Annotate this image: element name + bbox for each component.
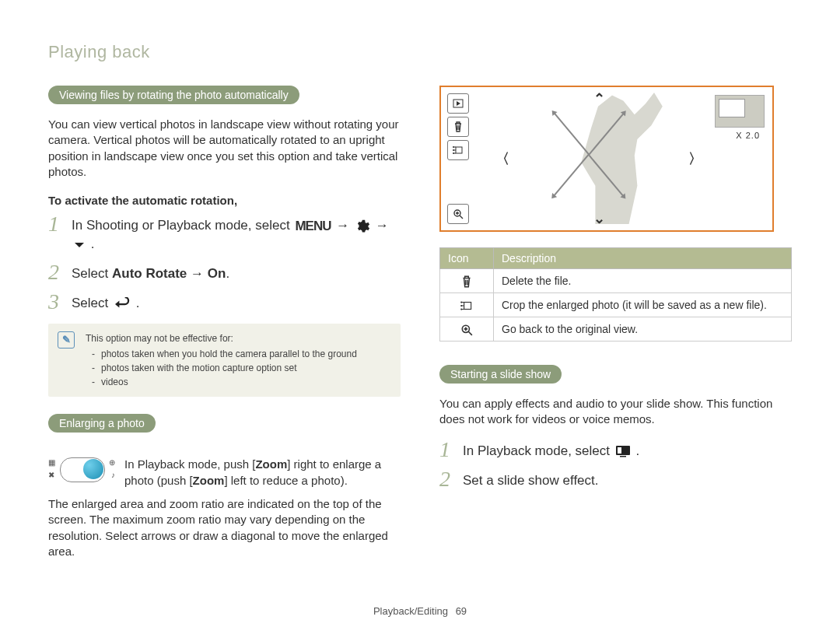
- sstep1-frag-a: In Playback mode, select: [463, 443, 614, 458]
- diagonal-arrow-icon: [588, 154, 624, 197]
- note-item: photos taken with the motion capture opt…: [95, 361, 390, 375]
- row-magnifier-icon: [440, 317, 494, 342]
- zoom-frag-a: In Playback mode, push [: [124, 457, 255, 471]
- note-info-icon: ✎: [58, 331, 75, 349]
- shot-delete-icon[interactable]: [447, 117, 469, 137]
- step-number-2: 2: [48, 261, 62, 283]
- arrow-down-icon[interactable]: ⌄: [593, 210, 605, 227]
- right-column: ⌃ ⌄ 〈 〉 X 2.0 Icon Description: [439, 86, 792, 570]
- row-desc: Crop the enlarged photo (it will be save…: [494, 293, 792, 317]
- slideshow-icon: [615, 445, 631, 457]
- footer-section: Playback/Editing: [373, 605, 448, 617]
- section-pill-slideshow: Starting a slide show: [439, 365, 562, 384]
- note-item: videos: [95, 375, 390, 389]
- arrow-up-icon[interactable]: ⌃: [593, 90, 605, 107]
- slideshow-step-1-text: In Playback mode, select .: [463, 439, 639, 461]
- step-2-frag-e: .: [226, 266, 229, 281]
- diagonal-arrow-icon: [553, 154, 589, 197]
- row-desc: Go back to the original view.: [494, 317, 792, 342]
- shot-play-icon[interactable]: [447, 93, 469, 114]
- slideshow-step-1: 1 In Playback mode, select .: [439, 439, 792, 461]
- footer-page-number: 69: [456, 605, 467, 617]
- zoom-left-icon-bot: ✖: [48, 471, 54, 479]
- icon-description-table: Icon Description Delete the file. Crop t…: [439, 247, 792, 342]
- chevron-down-icon: [73, 240, 86, 250]
- step-3-frag-b: .: [136, 296, 140, 310]
- step-number-3: 3: [48, 291, 62, 313]
- zoom-body: [60, 457, 105, 482]
- zoom-left-icon-top: ▦: [48, 459, 55, 467]
- zoom-instruction-row: ▦ ✖ ⊕ ♪ In Playback mode, push [Zoom] ri…: [48, 456, 401, 489]
- section-pill-enlarging: Enlarging a photo: [48, 414, 156, 433]
- step-number-2: 2: [439, 468, 453, 490]
- step-1-frag-a: In Shooting or Playback mode, select: [72, 218, 293, 233]
- auto-rotate-intro: You can view vertical photos in landscap…: [48, 117, 401, 180]
- row-desc: Delete the file.: [494, 269, 792, 293]
- svg-point-3: [453, 149, 454, 151]
- svg-point-9: [460, 308, 462, 310]
- svg-rect-12: [618, 447, 621, 454]
- shot-crop-icon[interactable]: [447, 140, 469, 160]
- table-head-description: Description: [494, 248, 792, 269]
- directional-pad[interactable]: ⌃ ⌄ 〈 〉: [495, 87, 702, 230]
- table-row: Delete the file.: [440, 269, 792, 293]
- back-arrow-icon: [114, 297, 131, 311]
- zoom-frag-e: ] left to reduce a photo).: [224, 474, 347, 487]
- arrow-right-icon[interactable]: 〉: [688, 149, 702, 168]
- step-3: 3 Select .: [48, 291, 401, 313]
- svg-rect-1: [456, 147, 462, 153]
- diagonal-arrow-icon: [588, 113, 624, 156]
- step-2-text: Select Auto Rotate → On.: [72, 261, 229, 283]
- slideshow-step-2: 2 Set a slide show effect.: [439, 468, 792, 490]
- subhead-activate-rotation: To activate the automatic rotation,: [48, 194, 401, 207]
- slideshow-intro: You can apply effects and audio to your …: [439, 396, 792, 428]
- zoom-right-icon-top: ⊕: [109, 459, 115, 467]
- step-number-1: 1: [48, 213, 62, 235]
- arrow-left-icon[interactable]: 〈: [495, 149, 509, 168]
- page-title: Playing back: [48, 42, 792, 62]
- row-crop-icon: [440, 293, 494, 317]
- table-row: Crop the enlarged photo (it will be save…: [440, 293, 792, 317]
- slideshow-step-2-text: Set a slide show effect.: [463, 468, 599, 490]
- zoom-knob: [83, 459, 103, 479]
- zoom-ratio-label: X 2.0: [736, 131, 760, 140]
- zoom-control-icon: ▦ ✖ ⊕ ♪: [48, 456, 115, 482]
- left-column: Viewing files by rotating the photo auto…: [48, 86, 401, 570]
- step-1-frag-b: →: [336, 218, 353, 233]
- menu-icon: MENU: [295, 217, 331, 236]
- step-3-frag-a: Select: [72, 296, 112, 310]
- step-2: 2 Select Auto Rotate → On.: [48, 261, 401, 283]
- step-number-1: 1: [439, 439, 453, 461]
- section-pill-auto-rotate: Viewing files by rotating the photo auto…: [48, 86, 299, 104]
- zoom-right-icon-bot: ♪: [111, 471, 115, 479]
- step-1-frag-d: .: [91, 236, 95, 251]
- thumbnail-viewport: [719, 99, 745, 117]
- enlarge-info-paragraph: The enlarged area and zoom ratio are ind…: [48, 496, 401, 559]
- step-1-frag-c: →: [376, 218, 389, 233]
- shot-magnifier-icon[interactable]: [447, 204, 469, 224]
- page-footer: Playback/Editing 69: [0, 605, 840, 617]
- svg-rect-6: [464, 303, 471, 310]
- step-1: 1 In Shooting or Playback mode, select M…: [48, 213, 401, 254]
- zoom-label-2: Zoom: [193, 474, 225, 487]
- table-head-icon: Icon: [440, 248, 494, 269]
- note-title: This option may not be effective for:: [86, 331, 390, 345]
- note-item: photos taken when you hold the camera pa…: [95, 347, 390, 361]
- settings-gear-icon: [355, 219, 370, 234]
- enlarge-screenshot: ⌃ ⌄ 〈 〉 X 2.0: [439, 86, 774, 232]
- sstep1-frag-b: .: [635, 443, 639, 458]
- svg-rect-13: [620, 456, 626, 457]
- note-box: ✎ This option may not be effective for: …: [48, 324, 401, 397]
- thumbnail-overview: [715, 95, 765, 128]
- zoom-label-1: Zoom: [255, 457, 287, 471]
- step-2-frag-a: Select: [72, 266, 112, 281]
- step-2-frag-c: →: [187, 266, 207, 281]
- note-list: photos taken when you hold the camera pa…: [86, 347, 390, 389]
- diagonal-arrow-icon: [553, 113, 589, 156]
- step-2-on-label: On: [208, 266, 226, 281]
- step-3-text: Select .: [72, 291, 139, 313]
- svg-point-2: [453, 146, 454, 148]
- row-delete-icon: [440, 269, 494, 293]
- zoom-instruction-text: In Playback mode, push [Zoom] right to e…: [124, 456, 401, 489]
- table-row: Go back to the original view.: [440, 317, 792, 342]
